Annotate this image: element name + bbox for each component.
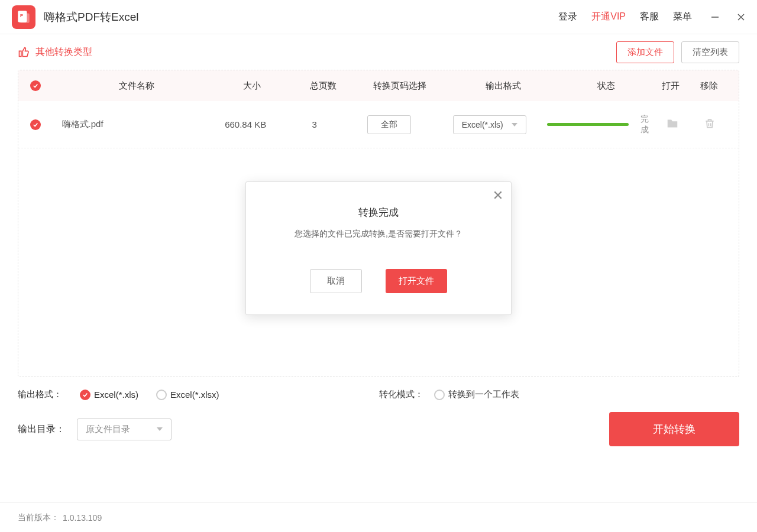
start-convert-button[interactable]: 开始转换 (609, 412, 739, 446)
header-name: 文件名称 (60, 80, 213, 92)
output-format-value: Excel(*.xls) (462, 120, 503, 129)
remove-icon[interactable] (704, 118, 716, 129)
output-format-options: 输出格式： Excel(*.xls) Excel(*.xlsx) 转化模式： 转… (0, 377, 757, 400)
output-dir-label: 输出目录： (18, 423, 65, 436)
page-range-button[interactable]: 全部 (367, 115, 411, 134)
header-range: 转换页码选择 (355, 80, 444, 92)
select-all-checkbox[interactable] (30, 80, 41, 91)
dialog-title: 转换完成 (246, 182, 511, 229)
service-link[interactable]: 客服 (640, 11, 659, 23)
clear-list-button[interactable]: 清空列表 (681, 41, 739, 63)
radio-xlsx-label: Excel(*.xlsx) (170, 390, 219, 400)
output-format-select[interactable]: Excel(*.xls) (453, 115, 526, 134)
header-size: 大小 (213, 80, 290, 92)
footer: 当前版本： 1.0.13.109 (0, 502, 757, 532)
other-types-link[interactable]: 其他转换类型 (18, 46, 92, 59)
radio-xls[interactable]: Excel(*.xls) (80, 390, 138, 400)
header-format: 输出格式 (444, 80, 562, 92)
chevron-down-icon (512, 123, 517, 126)
output-dir-value: 原文件目录 (86, 424, 130, 435)
radio-one-sheet-label: 转换到一个工作表 (448, 389, 519, 400)
header-pages: 总页数 (290, 80, 355, 92)
dialog-open-button[interactable]: 打开文件 (386, 269, 447, 293)
dialog-message: 您选择的文件已完成转换,是否需要打开文件？ (246, 229, 511, 269)
menu-link[interactable]: 菜单 (673, 11, 692, 23)
close-button[interactable] (736, 12, 746, 22)
app-logo: P (12, 5, 35, 29)
output-dir-select[interactable]: 原文件目录 (77, 419, 172, 440)
dialog-cancel-button[interactable]: 取消 (310, 269, 362, 293)
vip-link[interactable]: 开通VIP (591, 11, 626, 23)
output-format-label: 输出格式： (18, 389, 62, 400)
progress-bar (547, 123, 629, 126)
table-header: 文件名称 大小 总页数 转换页码选择 输出格式 状态 打开 移除 (18, 70, 739, 101)
file-size: 660.84 KB (208, 119, 283, 129)
version-value: 1.0.13.109 (63, 513, 102, 523)
minimize-button[interactable] (710, 12, 720, 22)
header-status: 状态 (562, 80, 650, 92)
version-label: 当前版本： (18, 512, 59, 523)
header-remove: 移除 (691, 80, 727, 92)
login-link[interactable]: 登录 (558, 11, 577, 23)
status-text: 完成 (637, 114, 652, 135)
output-dir-row: 输出目录： 原文件目录 开始转换 (0, 400, 757, 458)
other-types-label: 其他转换类型 (35, 46, 92, 59)
mode-label: 转化模式： (379, 389, 423, 400)
header-open: 打开 (650, 80, 691, 92)
file-name: 嗨格式.pdf (62, 119, 103, 130)
thumbs-up-icon (18, 46, 30, 58)
dialog-close-icon[interactable] (493, 189, 503, 203)
conversion-complete-dialog: 转换完成 您选择的文件已完成转换,是否需要打开文件？ 取消 打开文件 (245, 181, 512, 315)
add-file-button[interactable]: 添加文件 (616, 41, 674, 63)
window-controls (710, 12, 746, 22)
table-row: 嗨格式.pdf 660.84 KB 3 全部 Excel(*.xls) 完成 (18, 101, 739, 148)
app-title: 嗨格式PDF转Excel (44, 9, 138, 25)
titlebar: P 嗨格式PDF转Excel 登录 开通VIP 客服 菜单 (0, 0, 757, 34)
radio-xls-label: Excel(*.xls) (94, 390, 138, 400)
svg-text:P: P (20, 13, 23, 18)
file-pages: 3 (283, 119, 346, 129)
open-folder-icon[interactable] (666, 117, 679, 130)
titlebar-links: 登录 开通VIP 客服 菜单 (558, 11, 692, 23)
chevron-down-icon (157, 427, 163, 431)
row-checkbox[interactable] (30, 119, 41, 130)
radio-one-sheet[interactable]: 转换到一个工作表 (434, 389, 519, 400)
radio-xlsx[interactable]: Excel(*.xlsx) (156, 390, 219, 400)
toolbar: 其他转换类型 添加文件 清空列表 (0, 34, 757, 70)
